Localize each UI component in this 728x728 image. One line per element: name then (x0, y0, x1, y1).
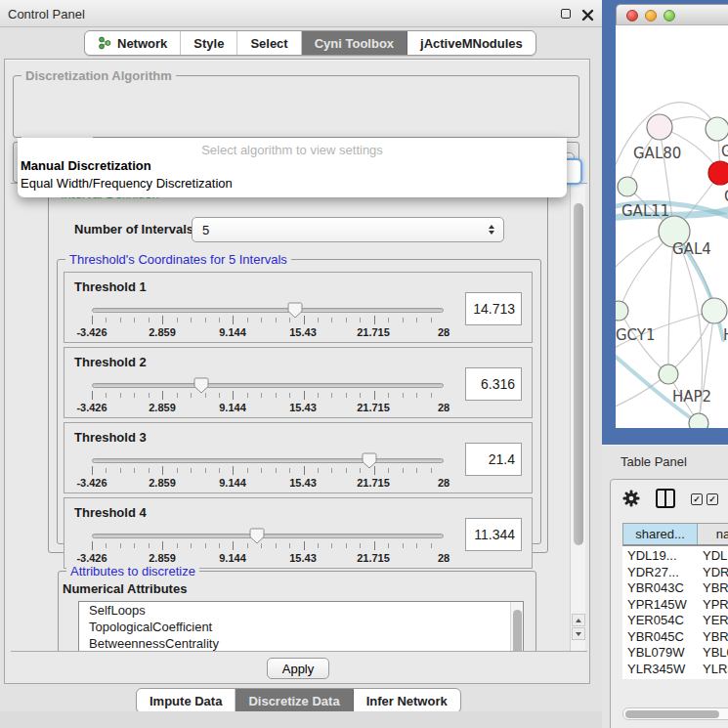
threshold-2-value-field[interactable]: 6.316 (465, 367, 522, 401)
apply-button[interactable]: Apply (267, 658, 329, 679)
list-item[interactable]: TopologicalCoefficient (79, 619, 523, 635)
tab-infer-network[interactable]: Infer Network (354, 689, 460, 712)
node-label: GCY1 (616, 326, 656, 344)
table-header-row: shared... na (622, 523, 728, 546)
node-label: GA (721, 143, 728, 160)
table-panel: Table Panel ✓ ✓ sh (602, 445, 728, 728)
list-item[interactable]: BetweennessCentrality (79, 635, 523, 652)
table-row[interactable]: YDL19...YDL1 (622, 548, 728, 565)
tab-jactivemnodules[interactable]: jActiveMNodules (407, 31, 535, 55)
algorithm-dropdown-popup: Select algorithm to view settings Manual… (18, 138, 567, 197)
table-row[interactable]: YLR345WYLR3 (622, 662, 728, 676)
network-node[interactable] (659, 364, 678, 384)
network-node[interactable] (689, 413, 708, 428)
node-label: GAL80 (633, 145, 681, 162)
column-header-shared-name[interactable]: shared... (623, 524, 698, 544)
close-traffic-light-icon[interactable] (626, 10, 638, 21)
node-table: shared... na YDL19...YDL1 YDR27...YDR2 Y… (622, 523, 728, 679)
gear-icon[interactable] (622, 490, 640, 507)
attributes-group-title: Attributes to discretize (66, 564, 199, 578)
table-row[interactable]: YPR145WYPR1 (622, 597, 728, 614)
threshold-1-slider-track[interactable] (92, 308, 444, 313)
float-window-icon[interactable] (560, 8, 573, 21)
network-node-red[interactable] (708, 161, 728, 185)
scrollbar-thumb[interactable] (574, 203, 583, 545)
thresholds-group: Threshold's Coordinates for 5 Intervals … (57, 259, 541, 544)
slider-tick-labels: -3.426 2.859 9.144 15.43 21.715 28 (92, 326, 444, 338)
table-toolbar: ✓ ✓ (611, 480, 728, 519)
window-footer (0, 711, 602, 728)
network-node[interactable] (706, 117, 728, 141)
cyni-toolbox-panel: Discretization Algorithm Select algorith… (4, 59, 590, 684)
control-panel-window: Control Panel Network Style Select Cyni … (0, 0, 602, 728)
tab-discretize-data[interactable]: Discretize Data (236, 689, 353, 712)
network-node[interactable] (616, 301, 628, 321)
threshold-1-value-field[interactable]: 14.713 (465, 292, 522, 325)
algorithm-option-equal-width[interactable]: Equal Width/Frequency Discretization (18, 175, 567, 193)
tab-impute-data[interactable]: Impute Data (137, 689, 236, 712)
slider-tick-labels: -3.426 2.859 9.144 15.43 21.715 28 (92, 402, 444, 413)
node-label: HAP2 (672, 388, 711, 406)
number-of-intervals-combobox[interactable]: 5 (192, 217, 504, 242)
close-icon[interactable] (581, 8, 594, 21)
threshold-4-row: Threshold 4 -3.426 2.859 9.144 (64, 497, 533, 569)
table-row[interactable]: YER054CYER0 (622, 613, 728, 629)
slider-tick-labels: -3.426 2.859 9.144 15.43 21.715 28 (92, 552, 444, 564)
algorithm-combobox[interactable] (566, 158, 582, 185)
thresholds-group-title: Threshold's Coordinates for 5 Intervals (65, 252, 291, 267)
tab-network[interactable]: Network (85, 31, 181, 55)
numerical-attributes-label: Numerical Attributes (63, 581, 187, 596)
discretization-algorithm-title: Discretization Algorithm (21, 68, 176, 83)
table-horizontal-scrollbar[interactable] (622, 707, 728, 720)
numerical-attributes-list: SelfLoops TopologicalCoefficient Between… (78, 601, 524, 652)
scroll-down-button[interactable] (572, 627, 585, 640)
column-header-name[interactable]: na (698, 524, 728, 544)
table-row[interactable]: YBR045CYBR0 (622, 629, 728, 646)
network-node[interactable] (618, 177, 637, 196)
threshold-4-slider-track[interactable] (92, 534, 444, 538)
control-panel-tabs: Network Style Select Cyni Toolbox jActiv… (84, 30, 536, 56)
threshold-4-value-field[interactable]: 11.344 (465, 518, 522, 551)
spinner-arrows-icon (489, 225, 494, 235)
tab-style[interactable]: Style (181, 31, 237, 55)
threshold-3-row: Threshold 3 -3.426 2.859 9.144 (64, 422, 533, 493)
checkbox-icon[interactable]: ✓ (707, 493, 718, 505)
network-icon (98, 36, 111, 50)
control-panel-titlebar: Control Panel (0, 0, 602, 27)
cyni-bottom-tabs: Impute Data Discretize Data Infer Networ… (136, 688, 461, 713)
control-panel-title: Control Panel (8, 7, 85, 21)
interval-definition-group: Interval Definition Number of Intervals … (48, 193, 548, 553)
tab-select[interactable]: Select (237, 31, 301, 55)
minimize-traffic-light-icon[interactable] (645, 10, 657, 21)
network-window-titlebar[interactable] (616, 4, 728, 25)
scroll-up-button[interactable] (572, 614, 585, 626)
threshold-1-row: Threshold 1 -3.426 2.859 9.144 (64, 272, 533, 343)
checkbox-icon[interactable]: ✓ (691, 493, 703, 505)
table-row[interactable]: YBR043CYBR0 (622, 580, 728, 597)
threshold-2-row: Threshold 2 -3.426 2.859 9.144 (64, 347, 533, 418)
tab-cyni-toolbox[interactable]: Cyni Toolbox (302, 31, 407, 55)
network-node[interactable] (702, 298, 727, 323)
network-node[interactable] (647, 114, 672, 140)
number-of-intervals-label: Number of Intervals (74, 222, 193, 236)
network-canvas[interactable]: GAL80 GA C GAL11 GAL4 GCY1 H HAP2 (616, 25, 728, 428)
node-label: GAL4 (672, 240, 711, 258)
node-label: H (723, 326, 728, 344)
list-scrollbar[interactable] (510, 602, 523, 652)
network-window-frame: GAL80 GA C GAL11 GAL4 GCY1 H HAP2 (602, 0, 728, 445)
list-item[interactable]: SelfLoops (79, 602, 523, 619)
threshold-3-slider-track[interactable] (92, 458, 444, 463)
scrollbar-thumb[interactable] (625, 710, 719, 718)
table-row[interactable]: YDR27...YDR2 (622, 565, 728, 581)
zoom-traffic-light-icon[interactable] (664, 10, 675, 21)
attributes-group: Attributes to discretize Numerical Attri… (58, 571, 536, 652)
table-row[interactable]: YBL079WYBL0 (622, 645, 728, 662)
algorithm-option-manual[interactable]: Manual Discretization (18, 157, 567, 175)
columns-icon[interactable] (656, 489, 675, 508)
slider-tick-labels: -3.426 2.859 9.144 15.43 21.715 28 (92, 477, 444, 489)
threshold-3-value-field[interactable]: 21.4 (465, 443, 522, 476)
settings-vertical-scrollbar[interactable] (570, 185, 585, 652)
algorithm-option-prompt[interactable]: Select algorithm to view settings (18, 143, 567, 157)
discretization-algorithm-group: Discretization Algorithm (13, 75, 579, 138)
threshold-2-slider-track[interactable] (92, 383, 444, 388)
